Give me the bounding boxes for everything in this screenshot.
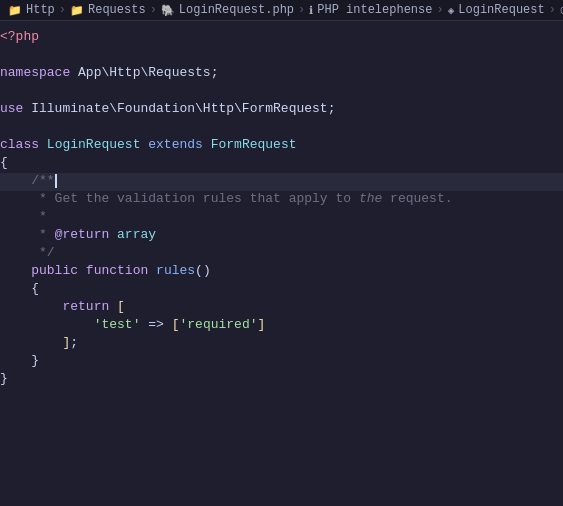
class-icon: ◈ [448,4,455,17]
breadcrumb-sep-2: › [150,3,157,17]
breadcrumb-label-intelephense: PHP intelephense [317,3,432,17]
breadcrumb-sep-1: › [59,3,66,17]
code-line-18: ]; [0,335,563,353]
code-line-5: use Illuminate\Foundation\Http\FormReque… [0,101,563,119]
breadcrumb-label-http: Http [26,3,55,17]
breadcrumb-item-loginrequest[interactable]: ◈ LoginRequest [448,3,545,17]
code-line-1: <?php [0,29,563,47]
code-editor: <?php namespace App\Http\Requests; use I… [0,21,563,397]
breadcrumb-sep-5: › [549,3,556,17]
code-line-17: 'test' => ['required'] [0,317,563,335]
code-line-16: return [ [0,299,563,317]
code-line-8: { [0,155,563,173]
code-line-20: } [0,371,563,389]
breadcrumb-bar: 📁 Http › 📁 Requests › 🐘 LoginRequest.php… [0,0,563,21]
code-line-10: * Get the validation rules that apply to… [0,191,563,209]
code-line-13: */ [0,245,563,263]
breadcrumb-item-intelephense[interactable]: ℹ PHP intelephense [309,3,432,17]
code-line-12: * @return array [0,227,563,245]
breadcrumb-label-file: LoginRequest.php [179,3,294,17]
code-line-3: namespace App\Http\Requests; [0,65,563,83]
code-line-14: public function rules() [0,263,563,281]
breadcrumb-sep-4: › [436,3,443,17]
info-icon: ℹ [309,4,313,17]
folder-icon-2: 📁 [70,4,84,17]
code-line-15: { [0,281,563,299]
breadcrumb-item-requests[interactable]: 📁 Requests [70,3,146,17]
breadcrumb-label-loginrequest: LoginRequest [458,3,544,17]
breadcrumb-item-http[interactable]: 📁 Http [8,3,55,17]
code-line-9: /** [0,173,563,191]
code-line-2 [0,47,563,65]
breadcrumb-item-file[interactable]: 🐘 LoginRequest.php [161,3,294,17]
code-line-19: } [0,353,563,371]
php-file-icon: 🐘 [161,4,175,17]
code-line-7: class LoginRequest extends FormRequest [0,137,563,155]
code-line-6 [0,119,563,137]
breadcrumb-label-requests: Requests [88,3,146,17]
code-line-11: * [0,209,563,227]
breadcrumb-sep-3: › [298,3,305,17]
folder-icon: 📁 [8,4,22,17]
code-line-4 [0,83,563,101]
